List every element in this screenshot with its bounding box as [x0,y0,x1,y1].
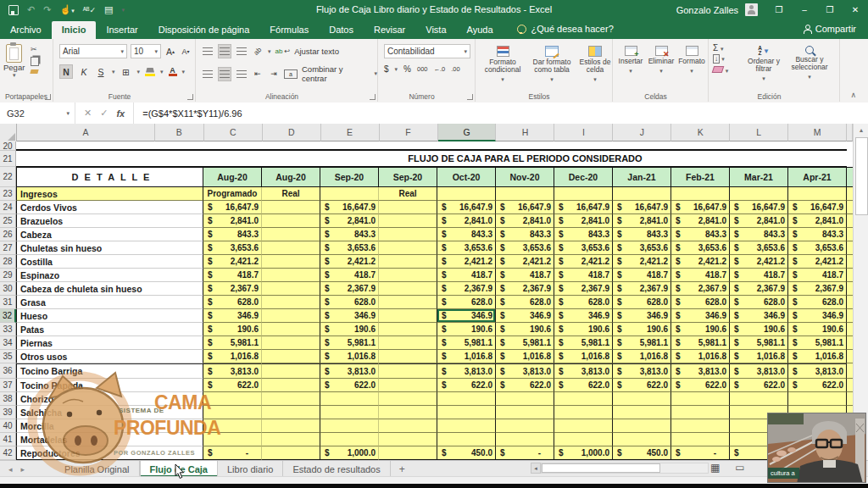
cell-K39[interactable] [671,406,730,419]
cell-J29[interactable]: $418.7 [613,269,671,282]
tab-revisar[interactable]: Revisar [364,21,415,39]
scroll-up-icon[interactable]: ▴ [854,124,868,134]
cell-H26[interactable]: $843.3 [496,228,554,241]
cell-M27[interactable]: $3,653.6 [788,241,847,255]
cell-I29[interactable]: $418.7 [554,269,613,282]
cell-E30[interactable]: $2,367.9 [320,282,379,296]
cell-E40[interactable] [320,419,379,433]
shrink-font-icon[interactable]: A▾ [180,45,192,58]
cell-C34[interactable]: $5,981.1 [203,336,262,350]
align-middle-icon[interactable] [218,44,231,58]
cell-I33[interactable]: $190.6 [554,323,613,336]
subheader-cell-0[interactable]: Programado [203,187,262,201]
cell-styles-button[interactable]: Estilos de celda▾ [576,46,614,83]
sort-filter-button[interactable]: AZ▼ Ordenar y filtrar▾ [742,46,786,82]
sheet-tab-libro-diario[interactable]: Libro diario [218,461,283,477]
cell-G24[interactable]: $16,647.9 [437,201,496,214]
month-header-8[interactable]: Feb-21 [671,167,730,187]
format-painter-icon[interactable] [30,69,38,74]
merge-center-icon[interactable]: a [284,69,298,79]
cell-J37[interactable]: $622.0 [613,379,671,392]
cell-C40[interactable] [203,419,262,433]
vertical-scrollbar[interactable]: ▴ [853,124,868,460]
detail-cell-30[interactable]: Cabeza de chuleta sin hueso [16,282,203,296]
month-header-7[interactable]: Jan-21 [613,167,671,187]
cell-F30[interactable] [379,282,437,296]
cell-J27[interactable]: $3,653.6 [613,241,671,255]
cell-L34[interactable]: $5,981.1 [730,336,788,350]
cell-D41[interactable] [262,433,320,446]
cell-K24[interactable]: $16,647.9 [671,201,730,214]
detail-cell-31[interactable]: Grasa [16,296,203,309]
row-header-31[interactable]: 31 [0,296,16,309]
cell-M37[interactable]: $622.0 [788,379,847,392]
cell-C26[interactable]: $843.3 [203,228,262,241]
cell-D38[interactable] [262,392,320,406]
cell-F40[interactable] [379,419,437,433]
delete-cells-button[interactable]: ✕ Eliminar▾ [646,46,676,75]
collapse-ribbon-icon[interactable]: ∧ [850,91,856,99]
cell-J41[interactable] [613,433,671,446]
cell-K41[interactable] [671,433,730,446]
selected-cell-G32[interactable]: $346.9 [437,309,496,323]
cell-L35[interactable]: $1,016.8 [730,350,788,363]
row-header-33[interactable]: 33 [0,323,16,336]
cell-C30[interactable]: $2,367.9 [203,282,262,296]
column-header-H[interactable]: H [496,124,554,141]
cell-C42[interactable]: $- [203,446,262,460]
fill-color-icon[interactable] [145,68,155,76]
row-header-37[interactable]: 37 [0,379,16,392]
subheader-cell-5[interactable] [496,187,554,201]
font-color-icon[interactable]: A [169,67,177,76]
cell-K25[interactable]: $2,841.0 [671,214,730,228]
comma-style-icon[interactable]: 000 [417,65,428,73]
month-header-4[interactable]: Oct-20 [437,167,496,187]
cell-K30[interactable]: $2,367.9 [671,282,730,296]
cell-D33[interactable] [262,323,320,336]
cell-F32[interactable] [379,309,437,323]
cell-L33[interactable]: $190.6 [730,323,788,336]
increase-decimal-icon[interactable]: ←.0 [434,65,446,73]
row-header-38[interactable]: 38 [0,392,16,406]
page-layout-view-icon[interactable]: ▭ [735,462,744,474]
underline-button[interactable]: S [95,65,107,78]
cell-M33[interactable]: $190.6 [788,323,847,336]
subheader-cell-4[interactable] [437,187,496,201]
cell-F38[interactable] [379,392,437,406]
cell-H28[interactable]: $2,421.2 [496,255,554,269]
cell-I28[interactable]: $2,421.2 [554,255,613,269]
cell-E31[interactable]: $628.0 [320,296,379,309]
normal-view-icon[interactable]: ▦ [710,462,720,474]
bold-button[interactable]: N [59,64,73,79]
cell-G35[interactable]: $1,016.8 [437,350,496,363]
cell-J35[interactable]: $1,016.8 [613,350,671,363]
detail-cell-41[interactable]: Mortadelas [16,433,203,446]
tab-disposici-n-de-p-gina[interactable]: Disposición de página [148,21,260,39]
cell-G30[interactable]: $2,367.9 [437,282,496,296]
find-select-button[interactable]: Buscar y seleccionar▾ [786,46,833,82]
touch-mouse-mode-icon[interactable]: ☝▾ [59,4,74,15]
cell-F41[interactable] [379,433,437,446]
document-check-icon[interactable]: ▤ [104,4,113,15]
cell-D35[interactable] [262,350,320,363]
cell-D25[interactable] [262,214,320,228]
cell-K33[interactable]: $190.6 [671,323,730,336]
row-header-40[interactable]: 40 [0,419,16,433]
cell-C35[interactable]: $1,016.8 [203,350,262,363]
row-header-35[interactable]: 35 [0,350,16,363]
save-icon[interactable] [8,5,19,15]
cell-H30[interactable]: $2,367.9 [496,282,554,296]
cell-K32[interactable]: $346.9 [671,309,730,323]
tab-archivo[interactable]: Archivo [0,21,52,39]
cell-M29[interactable]: $418.7 [788,269,847,282]
cell-D26[interactable] [262,228,320,241]
cell-M24[interactable]: $16,647.9 [788,201,847,214]
sheet-tab-planilla-original[interactable]: Planilla Original [55,461,139,477]
redo-icon[interactable]: ↷ [43,4,51,15]
column-header-G[interactable]: G [438,124,497,141]
close-icon[interactable]: ✕ [843,0,868,19]
cell-K36[interactable]: $3,813.0 [671,363,730,379]
detail-cell-28[interactable]: Costilla [16,255,203,269]
ribbon-display-options-icon[interactable]: ❐ [766,0,792,19]
subheader-cell-6[interactable] [554,187,613,201]
